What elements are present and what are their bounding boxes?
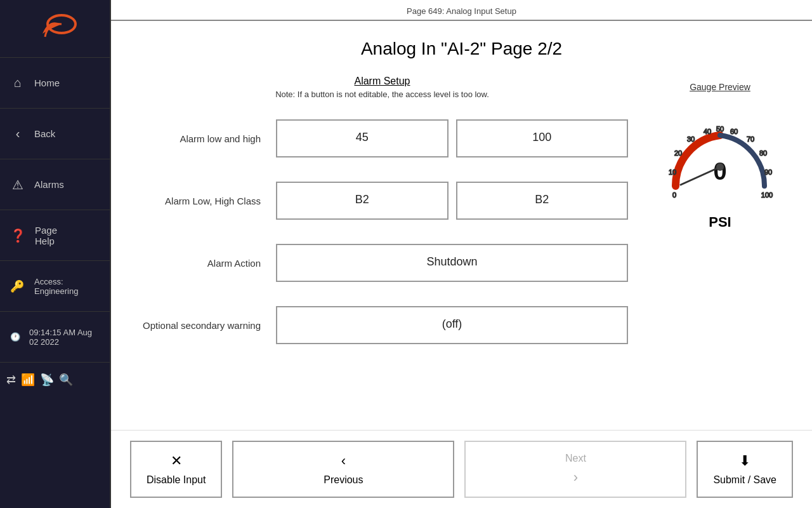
sidebar-label-home: Home [34, 77, 60, 88]
gauge-title: Gauge Preview [690, 82, 750, 92]
sidebar-status-icons: ⇄ 📶 📡 🔍 [0, 363, 110, 397]
page-header: Page 649: Analog Input Setup [111, 0, 812, 21]
transfer-icon: ⇄ [6, 373, 16, 387]
gauge-unit: PSI [709, 214, 731, 231]
access-label: Access: [34, 277, 78, 286]
svg-text:30: 30 [687, 135, 695, 143]
alarm-setup-note: Note: If a button is not editable, the a… [136, 90, 628, 99]
svg-text:60: 60 [730, 128, 738, 135]
next-button[interactable]: Next › [464, 441, 686, 498]
disable-icon: ✕ [171, 453, 182, 469]
svg-text:70: 70 [747, 135, 754, 143]
prev-icon: ‹ [341, 453, 346, 469]
alarm-icon: ⚠ [10, 177, 25, 192]
signal-icon: 📶 [21, 373, 35, 387]
secondary-warning-row: Optional secondary warning (off) [136, 300, 628, 351]
alarm-action-row: Alarm Action Shutdown [136, 237, 628, 288]
alarm-high-class-input[interactable]: B2 [456, 182, 629, 220]
previous-button[interactable]: ‹ Previous [232, 441, 454, 498]
access-value: Engineering [34, 286, 78, 296]
sidebar-label-pagehelp: PageHelp [35, 225, 57, 246]
svg-text:0: 0 [713, 158, 726, 185]
svg-text:100: 100 [761, 191, 773, 199]
wifi-icon: 📡 [40, 373, 54, 387]
sidebar-item-page-help[interactable]: ❓ PageHelp [0, 210, 110, 261]
alarm-action-input[interactable]: Shutdown [276, 244, 628, 282]
svg-text:50: 50 [716, 125, 724, 133]
alarm-class-label: Alarm Low, High Class [136, 196, 276, 206]
app-logo [30, 11, 81, 50]
svg-text:40: 40 [704, 128, 711, 135]
next-icon: › [573, 469, 578, 486]
alarm-class-row: Alarm Low, High Class B2 B2 [136, 175, 628, 226]
svg-text:80: 80 [759, 149, 767, 157]
time-label: 09:14:15 AM [29, 328, 75, 337]
alarm-low-high-row: Alarm low and high 45 100 [136, 113, 628, 164]
sidebar-item-back[interactable]: ‹ Back [0, 109, 110, 159]
clock-icon: 🕐 [10, 332, 20, 342]
svg-text:10: 10 [669, 168, 676, 176]
submit-icon: ⬇ [739, 453, 750, 469]
search-icon: 🔍 [59, 373, 73, 387]
alarm-low-class-input[interactable]: B2 [276, 182, 449, 220]
svg-point-14 [716, 163, 724, 171]
home-icon: ⌂ [10, 76, 25, 90]
help-icon: ❓ [10, 228, 26, 243]
gauge-container: 0 10 20 30 40 50 60 [657, 97, 783, 211]
disable-input-button[interactable]: ✕ Disable Input [130, 441, 222, 498]
alarm-low-input[interactable]: 45 [276, 119, 449, 157]
sidebar-item-alarms[interactable]: ⚠ Alarms [0, 159, 110, 210]
sidebar-item-home[interactable]: ⌂ Home [0, 58, 110, 109]
submit-save-button[interactable]: ⬇ Submit / Save [697, 441, 793, 498]
secondary-warning-label: Optional secondary warning [136, 320, 276, 331]
gauge-area: Gauge Preview 0 10 [653, 76, 787, 362]
alarm-action-label: Alarm Action [136, 258, 276, 269]
bottom-nav: ✕ Disable Input ‹ Previous Next › ⬇ Subm… [111, 430, 812, 508]
secondary-warning-input[interactable]: (off) [276, 306, 628, 344]
sidebar-time: 🕐 09:14:15 AM Aug 02 2022 [0, 312, 110, 363]
alarm-low-high-label: Alarm low and high [136, 133, 276, 144]
page-title: Analog In "AI-2" Page 2/2 [136, 21, 787, 69]
svg-text:20: 20 [674, 149, 682, 157]
svg-text:90: 90 [764, 168, 772, 176]
alarm-setup-heading: Alarm Setup [136, 76, 628, 87]
sidebar-label-alarms: Alarms [34, 179, 64, 190]
sidebar-label-back: Back [34, 128, 55, 139]
key-icon: 🔑 [10, 279, 25, 293]
svg-text:0: 0 [672, 191, 676, 199]
alarm-high-input[interactable]: 100 [456, 119, 629, 157]
back-icon: ‹ [10, 126, 25, 141]
logo-area [0, 0, 110, 58]
sidebar-access-level: 🔑 Access: Engineering [0, 261, 110, 312]
